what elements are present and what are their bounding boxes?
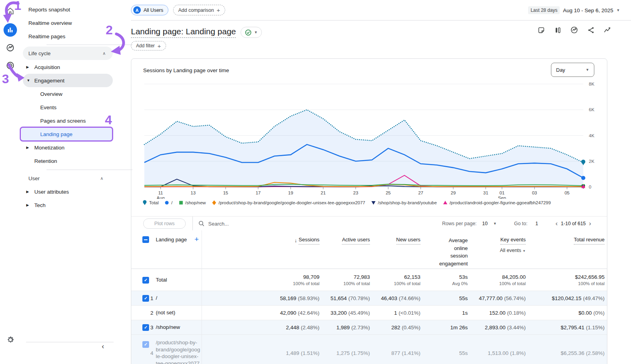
- engagement-header: Average online session engagement: [423, 230, 470, 269]
- column-label[interactable]: Average online session engagement: [437, 237, 468, 267]
- column-label[interactable]: New users: [396, 237, 420, 245]
- expand-caret-icon[interactable]: ▶: [25, 65, 30, 69]
- date-range-label: Aug 10 - Sep 6, 2025: [563, 7, 613, 13]
- legend-item[interactable]: /product/shop-by-brand/google/google-doo…: [212, 200, 365, 205]
- sidebar-collapse-icon[interactable]: ‹: [102, 342, 104, 351]
- total-row-checkbox[interactable]: ✓: [142, 277, 149, 284]
- svg-text:2K: 2K: [589, 159, 594, 164]
- column-label[interactable]: Key events: [500, 237, 526, 245]
- sessions-line-chart[interactable]: 02K4K6K8K11Aug1315171921232527293101Sep0…: [131, 78, 608, 199]
- sidebar-item-engagement[interactable]: ▼Engagement: [23, 74, 113, 87]
- add-dimension-icon[interactable]: +: [194, 235, 199, 244]
- report-actions: [537, 26, 611, 34]
- total-sub-label: Avg 0%: [452, 281, 468, 286]
- explore-icon[interactable]: [0, 41, 21, 55]
- insights-icon[interactable]: [570, 26, 578, 34]
- sidebar-item-label: Monetization: [34, 145, 65, 151]
- reports-icon[interactable]: [0, 23, 21, 37]
- legend-pin-marker: [142, 200, 147, 205]
- next-page-icon[interactable]: ›: [587, 220, 593, 228]
- table-row[interactable]: 2(not set)42,090(42.64%)33,200(45.49%)1(…: [131, 306, 607, 320]
- metric-percent: (0%): [593, 310, 605, 316]
- column-label[interactable]: Sessions: [299, 237, 319, 245]
- search-icon: [198, 220, 205, 227]
- row-checkbox[interactable]: ✓: [142, 295, 149, 302]
- metric-value: $2,795.41: [561, 325, 584, 330]
- metric-value: 1,513.00: [488, 350, 509, 356]
- share-icon[interactable]: [587, 26, 595, 34]
- svg-text:17: 17: [256, 190, 261, 195]
- sidebar-item-acquisition[interactable]: ▶Acquisition: [21, 60, 113, 74]
- select-all-checkbox[interactable]: [142, 236, 149, 243]
- sidebar-bottom-divider: [26, 342, 114, 342]
- key-events-filter[interactable]: All events ▼: [500, 248, 526, 253]
- sidebar-item-retention[interactable]: Retention: [21, 154, 113, 168]
- expand-caret-icon[interactable]: ▶: [25, 203, 30, 207]
- new-total-cell: 62,153100% of total: [372, 269, 423, 291]
- sidebar-item-label: Events: [40, 105, 56, 110]
- sessions-cell: 1,489(1.51%): [202, 335, 322, 364]
- admin-gear-icon[interactable]: [0, 332, 21, 347]
- go-to-value[interactable]: 1: [535, 221, 538, 226]
- row-checkbox[interactable]: ✓: [142, 324, 149, 331]
- section-label: User: [28, 175, 40, 181]
- legend-item[interactable]: /: [164, 200, 172, 205]
- total-dimension-cell: ✓Total: [131, 269, 202, 291]
- pagination-controls: Rows per page: 10 ▼ Go to: 1 ‹ 1-10 of 6…: [442, 217, 593, 231]
- metric-value: 51,654: [330, 295, 347, 301]
- table-row[interactable]: ✓3/shop/new2,448(2.48%)1,989(2.73%)282(0…: [131, 320, 607, 335]
- svg-text:01: 01: [499, 190, 504, 195]
- sidebar-item-events[interactable]: Events: [21, 101, 113, 114]
- date-range-picker[interactable]: Last 28 days Aug 10 - Sep 6, 2025 ▼: [528, 0, 620, 21]
- advertising-icon[interactable]: [0, 58, 21, 73]
- svg-text:6K: 6K: [589, 107, 594, 112]
- table-row[interactable]: ✓4/product/shop-by-brand/google/google-d…: [131, 335, 607, 364]
- row-checkbox[interactable]: ✓: [142, 341, 149, 348]
- sessions-cell: 58,169(58.93%): [202, 291, 322, 305]
- sidebar-item-realtime-overview[interactable]: Realtime overview: [21, 16, 113, 30]
- table-total-row: ✓Total98,709100% of total72,983100% of t…: [131, 269, 607, 291]
- granularity-select[interactable]: Day ▼: [551, 63, 594, 77]
- collapse-chevron-icon[interactable]: ∧: [100, 176, 103, 181]
- column-label[interactable]: Active users: [342, 237, 370, 245]
- expand-caret-icon[interactable]: ▶: [25, 190, 30, 194]
- legend-item[interactable]: /product/android-googler-figurine-ggoeaf…: [443, 200, 551, 205]
- expand-caret-icon[interactable]: ▶: [25, 146, 30, 149]
- column-divider: [202, 230, 202, 364]
- notes-icon[interactable]: [537, 26, 545, 34]
- chevron-down-icon[interactable]: ▼: [493, 222, 497, 226]
- data-quality-button[interactable]: ▼: [241, 27, 262, 38]
- rows-per-page-value[interactable]: 10: [482, 221, 488, 226]
- sparkline-insights-icon[interactable]: [603, 26, 611, 34]
- sidebar-item-pages-and-screens[interactable]: Pages and screens: [21, 114, 113, 127]
- sidebar-item-landing-page[interactable]: Landing page: [21, 127, 113, 141]
- collapse-caret-icon[interactable]: ▼: [26, 78, 31, 82]
- add-filter-button[interactable]: Add filter +: [131, 41, 166, 50]
- chevron-down-icon: ▼: [254, 30, 258, 34]
- sidebar-item-user-attributes[interactable]: ▶User attributes: [21, 185, 113, 198]
- comparison-bars-icon[interactable]: [554, 26, 562, 34]
- plot-rows-button[interactable]: Plot rows: [143, 218, 186, 229]
- search-input[interactable]: [208, 221, 287, 227]
- collapse-chevron-icon[interactable]: ∧: [103, 51, 106, 56]
- legend-diamond-marker: [212, 200, 217, 205]
- sidebar-item-monetization[interactable]: ▶Monetization: [21, 141, 113, 154]
- sidebar-item-overview[interactable]: Overview: [21, 87, 113, 101]
- legend-item[interactable]: Total: [142, 200, 159, 205]
- column-label[interactable]: Total revenue: [574, 237, 605, 245]
- sidebar-section-user[interactable]: User ∧: [21, 172, 113, 185]
- legend-item[interactable]: /shop/new: [179, 200, 206, 205]
- prev-page-icon[interactable]: ‹: [554, 220, 559, 228]
- dimension-header-label[interactable]: Landing page: [156, 237, 187, 243]
- add-comparison-button[interactable]: Add comparison +: [173, 5, 225, 15]
- sidebar-item-tech[interactable]: ▶Tech: [21, 198, 113, 212]
- sidebar-item-realtime-pages[interactable]: Realtime pages: [21, 30, 113, 43]
- page-title[interactable]: Landing page: Landing page: [131, 27, 236, 38]
- table-row[interactable]: ✓1/58,169(58.93%)51,654(70.78%)46,403(74…: [131, 291, 607, 306]
- legend-circle-marker: [164, 200, 169, 205]
- sidebar-section-life-cycle[interactable]: Life cycle ∧: [23, 47, 113, 60]
- metric-percent: (1.15%): [586, 325, 605, 330]
- sidebar-item-reports-snapshot[interactable]: Reports snapshot: [21, 3, 113, 16]
- legend-item[interactable]: /shop/shop-by-brand/youtube: [371, 200, 437, 205]
- all-users-chip[interactable]: A All Users: [131, 5, 168, 15]
